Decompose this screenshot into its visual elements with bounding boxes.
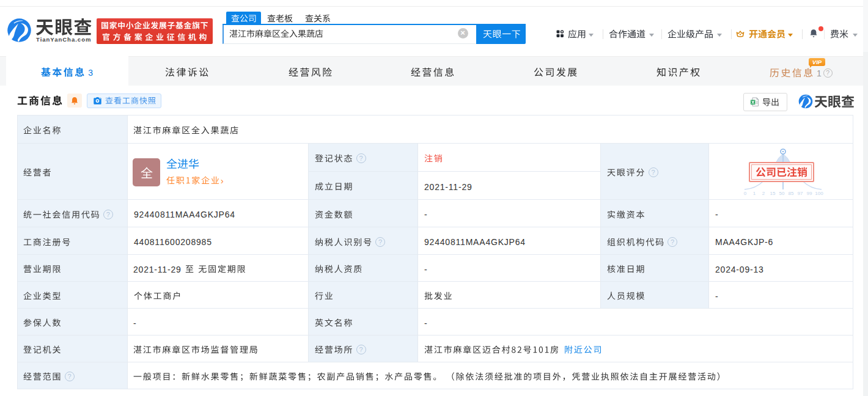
svg-text:0: 0 (744, 191, 747, 196)
svg-text:99: 99 (807, 191, 812, 196)
svg-text:2: 2 (762, 191, 765, 196)
svg-text:1: 1 (753, 191, 756, 196)
svg-text:100: 100 (815, 191, 823, 196)
svg-text:15: 15 (770, 191, 776, 196)
svg-text:97: 97 (798, 191, 803, 196)
svg-text:50: 50 (779, 191, 785, 196)
svg-text:85: 85 (789, 191, 794, 196)
